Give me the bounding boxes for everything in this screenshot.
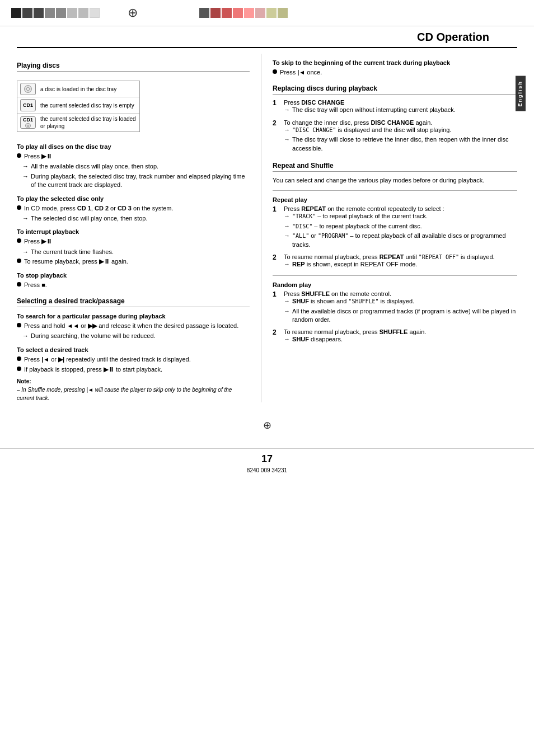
strip-left	[11, 8, 100, 18]
play-all-arrow-2: → During playback, the selected disc tra…	[22, 172, 250, 190]
repeat-arrow-2: → "DISC" – to repeat playback of the cur…	[284, 222, 517, 231]
repeat-arrow-2-text: "DISC" – to repeat playback of the curre…	[292, 222, 517, 231]
sub-select-track-header: To select a desired track	[17, 346, 250, 353]
strip-sq-8	[90, 8, 100, 18]
select-track-bullet-1: Press |◄ or ▶| repeatedly until the desi…	[17, 355, 250, 364]
arrow-icon: →	[284, 223, 290, 229]
strip-sq-3	[34, 8, 44, 18]
page-title: CD Operation	[417, 31, 489, 43]
skip-section: To skip to the beginning of the current …	[273, 59, 517, 77]
strip-sq-5	[56, 8, 66, 18]
disc-icon-2: CD1	[20, 99, 36, 111]
repeat-arrow-1-text: "TRACK" – to repeat playback of the curr…	[292, 212, 517, 220]
disc-icon-1	[20, 83, 36, 95]
replace-arrow-1: → The disc tray will open without interr…	[284, 106, 517, 114]
play-all-arrow-2-text: During playback, the selected disc tray,…	[31, 172, 250, 190]
strip-sq-2	[22, 8, 32, 18]
interrupt-arrow-1: → The current track time flashes.	[22, 248, 250, 256]
bullet-icon	[17, 205, 21, 210]
interrupt-bullet-2-text: To resume playback, press ▶⏸ again.	[24, 257, 250, 266]
random-content-1: Press SHUFFLE on the remote control. → S…	[284, 290, 517, 325]
random-content-2: To resume normal playback, press SHUFFLE…	[284, 328, 517, 345]
play-all-arrow-1: → All the available discs will play once…	[22, 162, 250, 171]
repeat-text-2: To resume normal playback, press REPEAT …	[284, 253, 517, 260]
repeat-arrow-3: → "ALL" or "PROGRAM" – to repeat playbac…	[284, 232, 517, 249]
select-track-bullet-1-text: Press |◄ or ▶| repeatedly until the desi…	[24, 355, 250, 364]
page-body: Playing discs a disc is loaded in the di…	[0, 48, 534, 414]
bullet-icon	[17, 282, 21, 287]
random-text-2: To resume normal playback, press SHUFFLE…	[284, 328, 517, 335]
header-strip: ⊕	[0, 0, 534, 26]
replace-item-1: 1 Press DISC CHANGE → The disc tray will…	[273, 99, 517, 115]
interrupt-bullet-1-text: Press ▶⏸	[24, 237, 250, 246]
repeat-play-header: Repeat play	[273, 196, 517, 203]
sub-repeat-play: Repeat play 1 Press REPEAT on the remote…	[273, 196, 517, 270]
repeat-num-1: 1	[273, 205, 279, 213]
strip-sq-4	[45, 8, 55, 18]
strip-sq-r2	[210, 8, 221, 18]
bullet-icon	[17, 367, 21, 371]
random-text-1: Press SHUFFLE on the remote control.	[284, 290, 517, 297]
play-all-bullet-1-text: Press ▶⏸	[24, 152, 250, 161]
random-play-header: Random play	[273, 281, 517, 288]
replace-arrow-1-text: The disc tray will open without interrup…	[292, 106, 517, 114]
disc-label-3: the current selected disc tray is loaded…	[40, 115, 137, 130]
replace-item-2: 2 To change the inner disc, press DISC C…	[273, 119, 517, 154]
stop-bullet-1: Press ■.	[17, 281, 250, 289]
repeat-num-2: 2	[273, 253, 279, 261]
strip-sq-r6	[255, 8, 265, 18]
strip-sq-1	[11, 8, 21, 18]
arrow-icon: →	[284, 336, 290, 342]
sub-interrupt: To interrupt playback Press ▶⏸ → The cur…	[17, 228, 250, 266]
random-item-2: 2 To resume normal playback, press SHUFF…	[273, 328, 517, 345]
arrow-icon: →	[284, 213, 290, 219]
random-num-2: 2	[273, 328, 279, 336]
select-track-bullet-2: If playback is stopped, press ▶⏸ to star…	[17, 365, 250, 374]
arrow-icon: →	[22, 163, 29, 170]
sub-select-track: To select a desired track Press |◄ or ▶|…	[17, 346, 250, 374]
replace-content-2: To change the inner disc, press DISC CHA…	[284, 119, 517, 154]
bullet-icon	[17, 153, 21, 158]
skip-bullet-1: Press |◄ once.	[273, 68, 517, 77]
right-column: English To skip to the beginning of the …	[261, 54, 517, 402]
strip-sq-7	[78, 8, 88, 18]
repeat-shuffle-header: Repeat and Shuffle	[273, 162, 517, 172]
bullet-icon	[17, 323, 21, 327]
cd1-label: CD1	[23, 102, 33, 108]
arrow-icon: →	[22, 248, 29, 255]
random-arrow-2: → All the available discs or programmed …	[284, 307, 517, 325]
random-num-1: 1	[273, 290, 279, 298]
arrow-icon: →	[284, 136, 290, 143]
replace-text-2: To change the inner disc, press DISC CHA…	[284, 119, 517, 126]
sub-play-all-header: To play all discs on the disc tray	[17, 143, 250, 150]
arrow-icon: →	[284, 232, 290, 239]
replace-text-1: Press DISC CHANGE	[284, 99, 517, 106]
arrow-icon: →	[284, 298, 290, 304]
bullet-icon	[17, 238, 21, 243]
replace-num-2: 2	[273, 119, 279, 127]
disc-icon-3: CD1	[20, 116, 36, 129]
disc-row-2: CD1 the current selected disc tray is em…	[17, 97, 139, 114]
replace-arrow-3-text: The disc tray will close to retrieve the…	[292, 135, 517, 153]
interrupt-bullet-1: Press ▶⏸	[17, 237, 250, 246]
section-replacing-discs: Replacing discs during playback 1 Press …	[273, 84, 517, 154]
catalog-number: 8240 009 34231	[0, 467, 534, 473]
strip-right	[199, 8, 288, 18]
replace-arrow-3: → The disc tray will close to retrieve t…	[284, 135, 517, 153]
strip-sq-r5	[244, 8, 254, 18]
sub-play-selected-header: To play the selected disc only	[17, 195, 250, 202]
random-item-1: 1 Press SHUFFLE on the remote control. →…	[273, 290, 517, 325]
page-number: 17	[0, 453, 534, 465]
disc-label-1: a disc is loaded in the disc tray	[40, 86, 116, 93]
arrow-icon: →	[284, 106, 290, 113]
strip-sq-r4	[233, 8, 243, 18]
replace-arrow-2-text: "DISC CHANGE" is displayed and the disc …	[292, 126, 517, 134]
crosshair-icon: ⊕	[128, 6, 138, 20]
sub-search-header: To search for a particular passage durin…	[17, 313, 250, 320]
bullet-icon	[17, 356, 21, 361]
repeat-shuffle-intro: You can select and change the various pl…	[273, 176, 517, 185]
random-arrow-2-text: All the available discs or programmed tr…	[292, 307, 517, 325]
cd1-loaded-label: CD1	[23, 117, 33, 123]
repeat-arrow-4-text: REP is shown, except in REPEAT OFF mode.	[292, 260, 517, 269]
arrow-icon: →	[284, 126, 290, 133]
